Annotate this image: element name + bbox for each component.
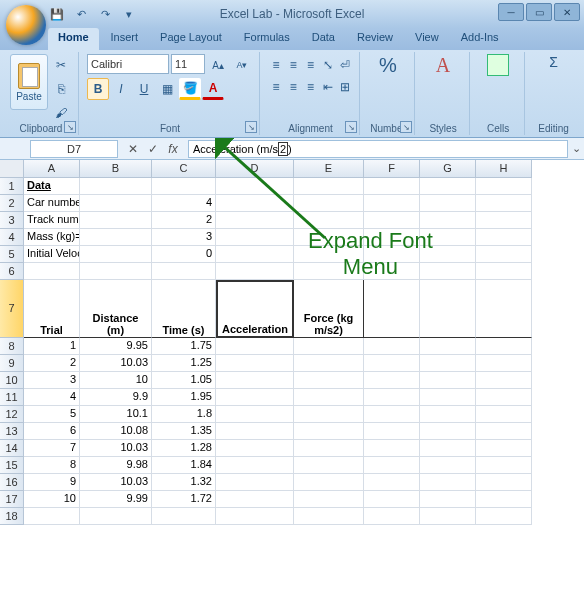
cell-G12[interactable] xyxy=(420,406,476,423)
cell-C16[interactable]: 1.32 xyxy=(152,474,216,491)
cell-G5[interactable] xyxy=(420,246,476,263)
cell-F8[interactable] xyxy=(364,338,420,355)
alignment-launcher[interactable]: ↘ xyxy=(345,121,357,133)
cell-F15[interactable] xyxy=(364,457,420,474)
col-header-F[interactable]: F xyxy=(364,160,420,178)
cut-button[interactable]: ✂ xyxy=(50,54,72,76)
row-header-9[interactable]: 9 xyxy=(0,355,24,372)
cell-H8[interactable] xyxy=(476,338,532,355)
cell-A6[interactable] xyxy=(24,263,80,280)
align-right-button[interactable]: ≡ xyxy=(302,76,318,98)
fill-color-button[interactable]: 🪣 xyxy=(179,78,201,100)
cell-G18[interactable] xyxy=(420,508,476,525)
cell-H3[interactable] xyxy=(476,212,532,229)
cell-D5[interactable] xyxy=(216,246,294,263)
cell-G6[interactable] xyxy=(420,263,476,280)
paste-button[interactable]: Paste xyxy=(10,54,48,110)
border-button[interactable]: ▦ xyxy=(156,78,178,100)
cell-H13[interactable] xyxy=(476,423,532,440)
cell-F3[interactable] xyxy=(364,212,420,229)
cell-D10[interactable] xyxy=(216,372,294,389)
align-top-button[interactable]: ≡ xyxy=(268,54,284,76)
cell-C13[interactable]: 1.35 xyxy=(152,423,216,440)
autosum-button[interactable]: Σ xyxy=(549,54,558,70)
cell-B9[interactable]: 10.03 xyxy=(80,355,152,372)
cell-F17[interactable] xyxy=(364,491,420,508)
cell-E10[interactable] xyxy=(294,372,364,389)
decrease-indent-button[interactable]: ⇤ xyxy=(320,76,336,98)
cell-E5[interactable] xyxy=(294,246,364,263)
cell-G15[interactable] xyxy=(420,457,476,474)
font-name-input[interactable] xyxy=(87,54,169,74)
cell-B10[interactable]: 10 xyxy=(80,372,152,389)
cell-F14[interactable] xyxy=(364,440,420,457)
cell-C3[interactable]: 2 xyxy=(152,212,216,229)
row-header-5[interactable]: 5 xyxy=(0,246,24,263)
cell-D12[interactable] xyxy=(216,406,294,423)
cell-A18[interactable] xyxy=(24,508,80,525)
cell-grid[interactable]: DataCar number -4Track number -2Mass (kg… xyxy=(24,178,532,525)
tab-addins[interactable]: Add-Ins xyxy=(451,28,509,50)
cell-C15[interactable]: 1.84 xyxy=(152,457,216,474)
cell-H4[interactable] xyxy=(476,229,532,246)
row-header-13[interactable]: 13 xyxy=(0,423,24,440)
cell-C17[interactable]: 1.72 xyxy=(152,491,216,508)
cell-E3[interactable] xyxy=(294,212,364,229)
copy-button[interactable]: ⎘ xyxy=(50,78,72,100)
cell-B8[interactable]: 9.95 xyxy=(80,338,152,355)
cell-H9[interactable] xyxy=(476,355,532,372)
row-header-7[interactable]: 7 xyxy=(0,280,24,338)
formula-input[interactable]: Acceleration (m/s2) xyxy=(188,140,568,158)
cell-A10[interactable]: 3 xyxy=(24,372,80,389)
cell-F6[interactable] xyxy=(364,263,420,280)
cell-A13[interactable]: 6 xyxy=(24,423,80,440)
row-header-6[interactable]: 6 xyxy=(0,263,24,280)
cell-A3[interactable]: Track number - xyxy=(24,212,80,229)
cell-F7[interactable] xyxy=(364,280,420,338)
cell-A17[interactable]: 10 xyxy=(24,491,80,508)
cell-G16[interactable] xyxy=(420,474,476,491)
cell-C1[interactable] xyxy=(152,178,216,195)
col-header-G[interactable]: G xyxy=(420,160,476,178)
tab-data[interactable]: Data xyxy=(302,28,345,50)
cell-E12[interactable] xyxy=(294,406,364,423)
cell-A16[interactable]: 9 xyxy=(24,474,80,491)
cell-C6[interactable] xyxy=(152,263,216,280)
orientation-button[interactable]: ⤡ xyxy=(320,54,336,76)
tab-formulas[interactable]: Formulas xyxy=(234,28,300,50)
cell-E13[interactable] xyxy=(294,423,364,440)
cell-B13[interactable]: 10.08 xyxy=(80,423,152,440)
cell-C4[interactable]: 3 xyxy=(152,229,216,246)
cell-G7[interactable] xyxy=(420,280,476,338)
qat-dropdown-icon[interactable]: ▾ xyxy=(120,5,138,23)
cell-E2[interactable] xyxy=(294,195,364,212)
cell-F16[interactable] xyxy=(364,474,420,491)
cell-C9[interactable]: 1.25 xyxy=(152,355,216,372)
cell-D17[interactable] xyxy=(216,491,294,508)
cell-G3[interactable] xyxy=(420,212,476,229)
row-header-11[interactable]: 11 xyxy=(0,389,24,406)
row-header-8[interactable]: 8 xyxy=(0,338,24,355)
cell-E6[interactable] xyxy=(294,263,364,280)
cell-G14[interactable] xyxy=(420,440,476,457)
minimize-button[interactable]: ─ xyxy=(498,3,524,21)
cell-A11[interactable]: 4 xyxy=(24,389,80,406)
merge-button[interactable]: ⊞ xyxy=(337,76,353,98)
cell-D2[interactable] xyxy=(216,195,294,212)
align-center-button[interactable]: ≡ xyxy=(285,76,301,98)
tab-page-layout[interactable]: Page Layout xyxy=(150,28,232,50)
cell-B14[interactable]: 10.03 xyxy=(80,440,152,457)
cell-E7[interactable]: Force (kg m/s2) xyxy=(294,280,364,338)
row-header-17[interactable]: 17 xyxy=(0,491,24,508)
cell-D3[interactable] xyxy=(216,212,294,229)
row-header-2[interactable]: 2 xyxy=(0,195,24,212)
cell-F2[interactable] xyxy=(364,195,420,212)
cell-H2[interactable] xyxy=(476,195,532,212)
cell-D11[interactable] xyxy=(216,389,294,406)
cell-B11[interactable]: 9.9 xyxy=(80,389,152,406)
office-button[interactable] xyxy=(6,5,46,45)
col-header-E[interactable]: E xyxy=(294,160,364,178)
styles-icon[interactable]: A xyxy=(436,54,450,77)
cell-E9[interactable] xyxy=(294,355,364,372)
align-middle-button[interactable]: ≡ xyxy=(285,54,301,76)
